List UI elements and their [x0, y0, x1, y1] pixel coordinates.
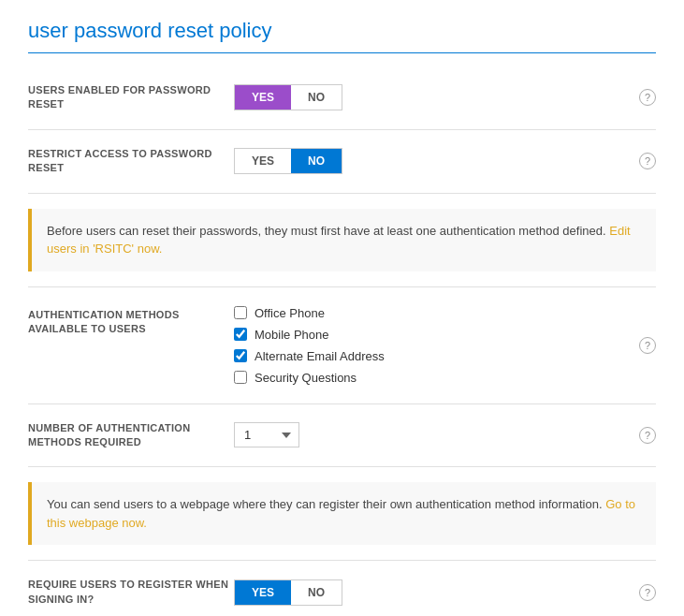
- require-register-control: YES NO: [234, 579, 639, 606]
- num-methods-control: 1 2 3: [234, 422, 639, 447]
- info-banner-1: Before users can reset their passwords, …: [28, 209, 656, 271]
- auth-methods-checkbox-group: Office Phone Mobile Phone Alternate Emai…: [234, 306, 385, 385]
- auth-methods-label: AUTHENTICATION METHODS AVAILABLE TO USER…: [28, 306, 234, 337]
- info-banner-2-text: You can send users to a webpage where th…: [47, 497, 603, 511]
- restrict-access-yes-button[interactable]: YES: [235, 149, 291, 173]
- auth-methods-help-icon[interactable]: ?: [639, 337, 656, 354]
- checkbox-mobile-phone[interactable]: Mobile Phone: [234, 328, 385, 342]
- auth-methods-control: Office Phone Mobile Phone Alternate Emai…: [234, 306, 639, 385]
- restrict-access-row: RESTRICT ACCESS TO PASSWORD RESET YES NO…: [28, 130, 656, 194]
- checkbox-alternate-email[interactable]: Alternate Email Address: [234, 349, 385, 363]
- checkbox-alternate-email-label: Alternate Email Address: [255, 349, 385, 363]
- info-banner-2: You can send users to a webpage where th…: [28, 482, 656, 545]
- require-register-help-icon[interactable]: ?: [639, 584, 656, 601]
- num-methods-select[interactable]: 1 2 3: [234, 422, 299, 447]
- users-enabled-help-icon[interactable]: ?: [639, 89, 656, 106]
- users-enabled-label: USERS ENABLED FOR PASSWORD RESET: [28, 83, 234, 112]
- num-methods-row: NUMBER OF AUTHENTICATION METHODS REQUIRE…: [28, 404, 656, 468]
- info-banner-2-wrapper: You can send users to a webpage where th…: [28, 467, 656, 561]
- restrict-access-control: YES NO: [234, 148, 639, 174]
- users-enabled-no-button[interactable]: NO: [291, 85, 342, 110]
- info-banner-1-text: Before users can reset their passwords, …: [47, 224, 606, 238]
- require-register-yes-button[interactable]: YES: [235, 580, 291, 605]
- restrict-access-toggle: YES NO: [234, 148, 342, 174]
- checkbox-alternate-email-input[interactable]: [234, 349, 247, 362]
- info-banner-1-wrapper: Before users can reset their passwords, …: [28, 194, 656, 287]
- users-enabled-yes-button[interactable]: YES: [235, 85, 291, 110]
- auth-methods-row: AUTHENTICATION METHODS AVAILABLE TO USER…: [28, 287, 656, 404]
- page-title: user password reset policy: [28, 19, 656, 53]
- checkbox-office-phone-input[interactable]: [234, 306, 247, 319]
- require-register-row: REQUIRE USERS TO REGISTER WHEN SIGNING I…: [28, 561, 656, 616]
- checkbox-office-phone[interactable]: Office Phone: [234, 306, 385, 320]
- require-register-label: REQUIRE USERS TO REGISTER WHEN SIGNING I…: [28, 578, 234, 607]
- require-register-no-button[interactable]: NO: [291, 580, 342, 605]
- users-enabled-control: YES NO: [234, 84, 639, 110]
- checkbox-security-questions[interactable]: Security Questions: [234, 371, 385, 385]
- restrict-access-no-button[interactable]: NO: [291, 149, 342, 173]
- page-container: user password reset policy USERS ENABLED…: [0, 0, 684, 616]
- checkbox-mobile-phone-label: Mobile Phone: [255, 328, 329, 342]
- checkbox-office-phone-label: Office Phone: [255, 306, 325, 320]
- checkbox-security-questions-label: Security Questions: [255, 371, 357, 385]
- num-methods-label: NUMBER OF AUTHENTICATION METHODS REQUIRE…: [28, 421, 234, 450]
- restrict-access-help-icon[interactable]: ?: [639, 153, 656, 169]
- users-enabled-toggle: YES NO: [234, 84, 342, 110]
- num-methods-help-icon[interactable]: ?: [639, 427, 656, 444]
- restrict-access-label: RESTRICT ACCESS TO PASSWORD RESET: [28, 147, 234, 176]
- checkbox-mobile-phone-input[interactable]: [234, 328, 247, 341]
- users-enabled-row: USERS ENABLED FOR PASSWORD RESET YES NO …: [28, 66, 656, 130]
- require-register-toggle: YES NO: [234, 579, 342, 606]
- checkbox-security-questions-input[interactable]: [234, 371, 247, 384]
